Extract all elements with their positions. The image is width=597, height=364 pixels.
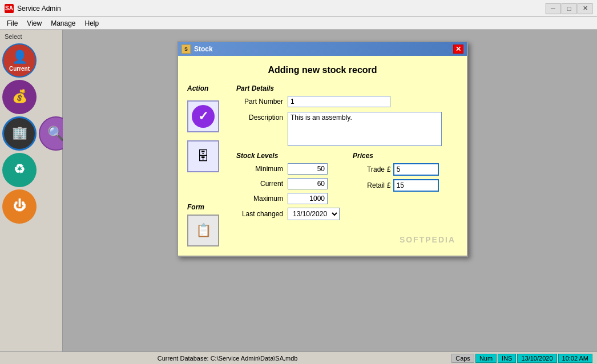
modal-icon: S xyxy=(181,45,191,54)
sidebar-label: Select xyxy=(2,32,60,41)
stock-modal: S Stock ✕ Adding new stock record Action… xyxy=(177,41,468,257)
prices-title: Prices xyxy=(353,152,458,160)
sidebar-btn-recycle[interactable]: ♻ xyxy=(2,153,37,187)
work-area: S Stock ✕ Adding new stock record Action… xyxy=(63,30,597,351)
sidebar-btn-current[interactable]: 👤 Current xyxy=(2,43,37,78)
stock-levels-title: Stock Levels xyxy=(236,152,341,160)
minimum-label: Minimum xyxy=(236,165,288,173)
retail-currency: £ xyxy=(387,181,393,189)
trade-row: Trade £ xyxy=(353,163,458,176)
date-indicator: 13/10/2020 xyxy=(517,354,556,363)
search-icon: 🔍 xyxy=(47,126,64,141)
trade-input[interactable] xyxy=(393,163,439,176)
check-icon: ✓ xyxy=(192,105,215,128)
close-button[interactable]: ✕ xyxy=(578,3,592,14)
sidebar-btn-money[interactable]: 💰 xyxy=(2,80,37,114)
form-column: Part Details Part Number Description Thi… xyxy=(236,84,458,246)
menu-file[interactable]: File xyxy=(2,18,22,29)
sidebar-buttons: 👤 Current 💰 🏢 🔍 + ♻ xyxy=(2,43,60,224)
recycle-icon: ♻ xyxy=(14,162,25,177)
retail-input[interactable] xyxy=(393,179,439,192)
form-section-title: Form xyxy=(187,203,227,211)
modal-title: Stock xyxy=(194,45,213,53)
stock-levels-section: Stock Levels Minimum Current xyxy=(236,152,341,224)
trade-label: Trade xyxy=(353,165,387,173)
description-row: Description This is an assembly. xyxy=(236,112,458,146)
maximum-row: Maximum xyxy=(236,193,341,204)
window-controls: ─ □ ✕ xyxy=(546,3,592,14)
trade-currency: £ xyxy=(387,165,393,173)
modal-layout: Action ✓ 🗄 Form 📋 xyxy=(187,84,458,246)
status-bar: Current Database: C:\Service Admin\Data\… xyxy=(0,351,597,364)
menu-view[interactable]: View xyxy=(22,18,46,29)
sidebar-btn-org[interactable]: 🏢 xyxy=(2,116,37,151)
num-indicator: Num xyxy=(475,354,497,363)
title-bar: SA Service Admin ─ □ ✕ xyxy=(0,0,597,17)
action-section-title: Action xyxy=(187,84,227,92)
action-column: Action ✓ 🗄 Form 📋 xyxy=(187,84,227,246)
part-number-label: Part Number xyxy=(236,96,288,106)
prices-section: Prices Trade £ Retail £ xyxy=(353,152,458,224)
last-changed-input[interactable]: 13/10/2020 xyxy=(288,208,340,220)
ins-indicator: INS xyxy=(498,354,516,363)
sidebar-btn-power[interactable]: ⏻ xyxy=(2,189,37,224)
app-icon: SA xyxy=(5,4,14,13)
description-label: Description xyxy=(236,112,288,122)
action-table-button[interactable]: 🗄 xyxy=(187,140,219,172)
main-content: Select 👤 Current 💰 🏢 🔍 + xyxy=(0,30,597,351)
caps-indicator: Caps xyxy=(451,354,474,363)
sidebar-btn-current-label: Current xyxy=(9,66,30,72)
part-details-title: Part Details xyxy=(236,84,458,92)
minimize-button[interactable]: ─ xyxy=(546,3,560,14)
stock-prices-section: Stock Levels Minimum Current xyxy=(236,152,458,224)
org-icon: 🏢 xyxy=(12,126,27,140)
modal-titlebar: S Stock ✕ xyxy=(178,42,467,56)
sidebar: Select 👤 Current 💰 🏢 🔍 + xyxy=(0,30,63,351)
action-check-button[interactable]: ✓ xyxy=(187,100,219,132)
menu-bar: File View Manage Help xyxy=(0,17,597,30)
app-title: Service Admin xyxy=(17,5,546,13)
status-indicators: Caps Num INS 13/10/2020 10:02 AM xyxy=(450,354,592,363)
retail-label: Retail xyxy=(353,181,387,189)
part-number-input[interactable] xyxy=(288,96,390,107)
last-changed-row: Last changed 13/10/2020 xyxy=(236,208,341,220)
description-input[interactable]: This is an assembly. xyxy=(288,112,442,146)
current-input[interactable] xyxy=(288,178,328,189)
current-row: Current xyxy=(236,178,341,189)
retail-row: Retail £ xyxy=(353,179,458,192)
time-indicator: 10:02 AM xyxy=(558,354,592,363)
table-icon: 🗄 xyxy=(197,149,209,164)
menu-help[interactable]: Help xyxy=(80,18,104,29)
modal-close-button[interactable]: ✕ xyxy=(453,45,463,54)
database-path: Current Database: C:\Service Admin\Data\… xyxy=(5,355,450,362)
money-icon: 💰 xyxy=(12,89,27,104)
current-icon: 👤 xyxy=(12,50,27,64)
menu-manage[interactable]: Manage xyxy=(46,18,80,29)
modal-heading: Adding new stock record xyxy=(187,65,458,75)
part-number-row: Part Number xyxy=(236,96,458,107)
maximize-button[interactable]: □ xyxy=(562,3,576,14)
current-label: Current xyxy=(236,180,288,188)
modal-body: Adding new stock record Action ✓ 🗄 xyxy=(178,56,467,256)
maximum-input[interactable] xyxy=(288,193,328,204)
minimum-input[interactable] xyxy=(288,163,328,175)
last-changed-label: Last changed xyxy=(236,210,288,218)
maximum-label: Maximum xyxy=(236,195,288,203)
minimum-row: Minimum xyxy=(236,163,341,175)
form-icon: 📋 xyxy=(196,223,211,238)
form-button[interactable]: 📋 xyxy=(187,215,219,246)
power-icon: ⏻ xyxy=(13,199,26,213)
